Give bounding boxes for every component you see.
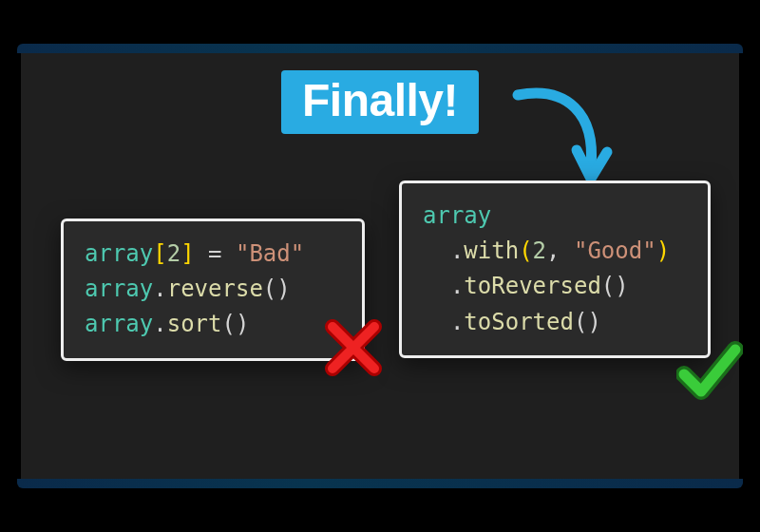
code-line: array[2] = "Bad" [85,237,341,272]
code-line: array [423,199,687,234]
chalkboard-background: Finally! array[2] = "Bad" array.reverse(… [21,48,739,484]
thumbnail-stage: Finally! array[2] = "Bad" array.reverse(… [0,0,760,532]
code-line: array.reverse() [85,272,341,307]
code-line: .toSorted() [423,305,687,340]
cross-mark-icon [323,317,384,378]
code-line: .with(2, "Good") [423,234,687,269]
good-code-box: array .with(2, "Good") .toReversed() .to… [399,180,711,358]
headline-badge: Finally! [281,70,479,134]
code-line: array.sort() [85,307,341,342]
headline-text: Finally! [302,75,458,125]
bad-code-box: array[2] = "Bad" array.reverse() array.s… [61,218,365,361]
code-line: .toReversed() [423,269,687,304]
check-mark-icon [676,338,743,405]
